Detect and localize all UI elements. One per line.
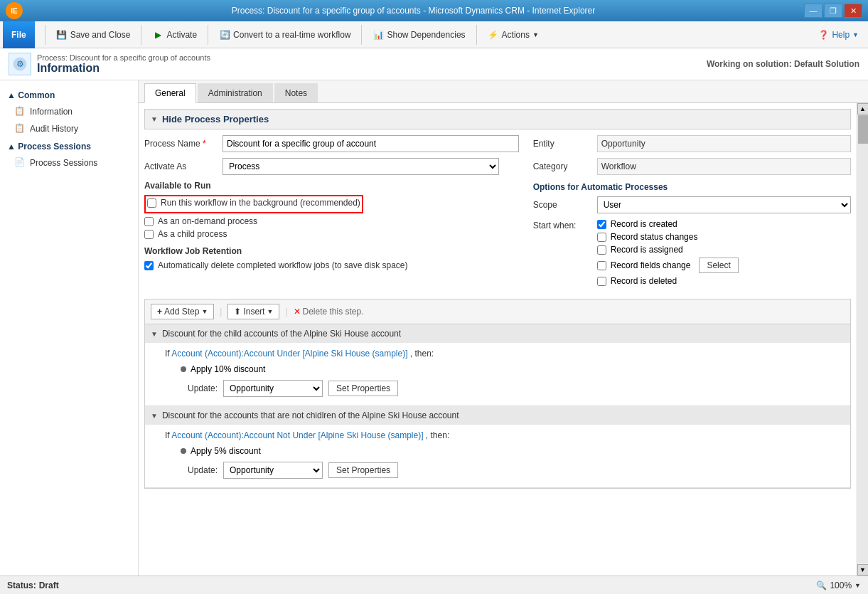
tab-notes[interactable]: Notes bbox=[274, 83, 318, 102]
actions-button[interactable]: ⚡ Actions ▼ bbox=[481, 26, 545, 44]
child-process-label: As a child process bbox=[158, 229, 227, 239]
run-background-checkbox[interactable] bbox=[147, 198, 156, 208]
start-when-status-row: Record status changes bbox=[597, 232, 739, 242]
process-name-input[interactable] bbox=[223, 135, 519, 152]
step-1-if-link[interactable]: Account (Account):Account Under [Alpine … bbox=[171, 349, 407, 359]
section-title: Hide Process Properties bbox=[162, 114, 269, 124]
step-group-1-content: If Account (Account):Account Under [Alpi… bbox=[145, 343, 850, 405]
step-2-update-select[interactable]: Opportunity bbox=[223, 462, 323, 479]
step-2-collapse-arrow[interactable]: ▼ bbox=[151, 412, 158, 420]
insert-arrow: ▼ bbox=[267, 308, 273, 315]
step-group-2-content: If Account (Account):Account Not Under [… bbox=[145, 425, 850, 487]
save-close-button[interactable]: 💾 Save and Close bbox=[50, 26, 137, 44]
show-deps-button[interactable]: 📊 Show Dependencies bbox=[366, 26, 471, 44]
step-2-action-row: Apply 5% discount bbox=[159, 443, 836, 459]
content-area: General Administration Notes ▼ Hide Proc… bbox=[139, 80, 868, 576]
run-background-highlighted: Run this workflow in the background (rec… bbox=[144, 195, 363, 213]
scroll-thumb[interactable] bbox=[858, 115, 868, 144]
step-1-dot bbox=[181, 366, 186, 372]
field-row-activate-as: Activate As Process bbox=[144, 158, 519, 175]
step-1-set-props-button[interactable]: Set Properties bbox=[328, 381, 398, 396]
form-scroll-area: ▼ Hide Process Properties Process Name bbox=[139, 103, 857, 576]
toolbar-separator-5 bbox=[476, 25, 477, 45]
tab-administration[interactable]: Administration bbox=[198, 83, 273, 102]
page-header: ⚙ Process: Discount for a specific group… bbox=[0, 48, 868, 80]
toolbar-separator-3 bbox=[208, 25, 208, 45]
actions-dropdown-arrow: ▼ bbox=[532, 31, 539, 38]
step-1-action-row: Apply 10% discount bbox=[159, 361, 836, 377]
insert-button[interactable]: ⬆ Insert ▼ bbox=[227, 304, 279, 319]
help-button[interactable]: ❓ Help ▼ bbox=[812, 26, 865, 43]
step-2-update-label: Update: bbox=[188, 465, 218, 475]
tab-general[interactable]: General bbox=[144, 83, 196, 103]
activate-as-label: Activate As bbox=[144, 161, 223, 171]
information-icon: 📋 bbox=[14, 106, 26, 117]
available-to-run-section: Available to Run Run this workflow in th… bbox=[144, 181, 519, 239]
step-group-1: ▼ Discount for the child accounts of the… bbox=[145, 324, 850, 406]
record-created-checkbox[interactable] bbox=[597, 220, 606, 229]
step-1-update-label: Update: bbox=[188, 383, 218, 393]
section-hide-process[interactable]: ▼ Hide Process Properties bbox=[144, 109, 851, 129]
sidebar-item-label-audit: Audit History bbox=[30, 124, 78, 134]
zoom-dropdown-arrow[interactable]: ▼ bbox=[854, 582, 861, 589]
start-when-fields-row: Record fields change Select bbox=[597, 258, 739, 273]
start-when-container: Start when: Record is created Record sta… bbox=[533, 219, 851, 289]
convert-button[interactable]: 🔄 Convert to a real-time workflow bbox=[213, 26, 357, 44]
record-assigned-checkbox[interactable] bbox=[597, 245, 606, 255]
file-button[interactable]: File bbox=[3, 21, 35, 48]
scope-select[interactable]: User bbox=[597, 196, 851, 213]
entity-label: Entity bbox=[533, 139, 597, 149]
record-assigned-label: Record is assigned bbox=[611, 245, 683, 255]
start-when-label: Start when: bbox=[533, 219, 597, 230]
record-fields-change-label: Record fields change bbox=[611, 260, 691, 270]
sidebar-item-label-sessions: Process Sessions bbox=[30, 158, 97, 168]
status-bar: Status: Draft 🔍 100% ▼ bbox=[0, 576, 868, 594]
toolbar-separator-2 bbox=[141, 25, 141, 45]
record-fields-change-checkbox[interactable] bbox=[597, 261, 606, 270]
save-icon: 💾 bbox=[56, 29, 68, 41]
section-collapse-arrow: ▼ bbox=[151, 115, 158, 123]
title-bar-text: Process: Discount for a specific group o… bbox=[23, 6, 804, 16]
toolbar-divider: | bbox=[220, 307, 222, 317]
step-2-dot bbox=[181, 448, 186, 454]
toolbar-separator-1 bbox=[45, 25, 45, 45]
select-button[interactable]: Select bbox=[699, 258, 738, 273]
close-button[interactable]: ✕ bbox=[844, 4, 862, 18]
page-header-left: ⚙ Process: Discount for a specific group… bbox=[9, 53, 210, 75]
run-background-row: Run this workflow in the background (rec… bbox=[147, 198, 360, 208]
record-status-changes-checkbox[interactable] bbox=[597, 233, 606, 242]
sidebar-item-audit-history[interactable]: 📋 Audit History bbox=[0, 120, 138, 137]
record-deleted-checkbox[interactable] bbox=[597, 277, 606, 286]
sidebar-item-process-sessions[interactable]: 📄 Process Sessions bbox=[0, 154, 138, 171]
zoom-area: 🔍 100% ▼ bbox=[816, 580, 861, 590]
delete-icon: ✕ bbox=[294, 307, 301, 317]
step-1-update-select[interactable]: Opportunity bbox=[223, 380, 323, 397]
restore-button[interactable]: ❐ bbox=[824, 4, 842, 18]
child-process-checkbox[interactable] bbox=[144, 230, 154, 239]
delete-step-button[interactable]: ✕ Delete this step. bbox=[294, 307, 364, 317]
step-1-collapse-arrow[interactable]: ▼ bbox=[151, 330, 158, 338]
options-header: Options for Automatic Processes bbox=[533, 182, 851, 192]
step-1-if-text: If bbox=[165, 349, 170, 359]
sidebar-item-information[interactable]: 📋 Information bbox=[0, 103, 138, 120]
on-demand-checkbox[interactable] bbox=[144, 217, 154, 226]
actions-icon: ⚡ bbox=[488, 29, 499, 41]
step-2-if-link[interactable]: Account (Account):Account Not Under [Alp… bbox=[171, 430, 423, 440]
start-when-deleted-row: Record is deleted bbox=[597, 276, 739, 286]
steps-area: ▼ Discount for the child accounts of the… bbox=[144, 324, 851, 489]
start-when-assigned-row: Record is assigned bbox=[597, 245, 739, 255]
entity-input bbox=[597, 135, 851, 152]
auto-delete-checkbox[interactable] bbox=[144, 261, 154, 270]
step-2-set-props-button[interactable]: Set Properties bbox=[328, 462, 398, 478]
activate-button[interactable]: ▶ Activate bbox=[146, 26, 203, 44]
add-step-button[interactable]: + Add Step ▼ bbox=[151, 304, 214, 319]
activate-icon: ▶ bbox=[152, 29, 164, 41]
scroll-up-button[interactable]: ▲ bbox=[857, 103, 869, 115]
auto-delete-row: Automatically delete completed workflow … bbox=[144, 260, 519, 270]
scrollbar[interactable]: ▲ ▼ bbox=[857, 103, 868, 576]
minimize-button[interactable]: — bbox=[804, 4, 823, 18]
activate-as-select[interactable]: Process bbox=[223, 158, 499, 175]
step-1-update-row: Update: Opportunity Set Properties bbox=[159, 377, 836, 403]
help-dropdown-arrow: ▼ bbox=[852, 31, 859, 38]
scroll-down-button[interactable]: ▼ bbox=[857, 564, 869, 576]
